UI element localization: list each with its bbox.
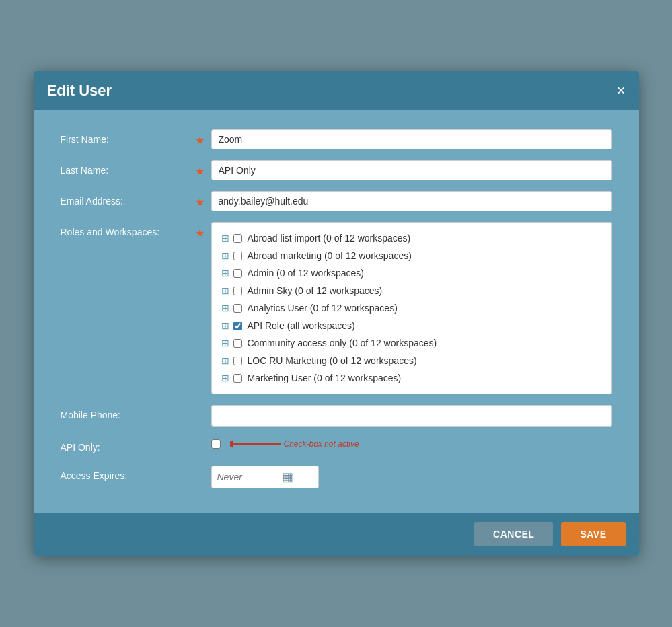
api-only-field: Check-box not active bbox=[211, 437, 359, 451]
last-name-row: Last Name: ★ bbox=[61, 160, 612, 180]
roles-label: Roles and Workspaces: bbox=[61, 222, 195, 237]
list-item: ⊞ Abroad list import (0 of 12 workspaces… bbox=[221, 229, 602, 247]
expand-icon[interactable]: ⊞ bbox=[221, 268, 229, 279]
email-required: ★ bbox=[195, 196, 206, 209]
modal-footer: CANCEL SAVE bbox=[34, 513, 639, 556]
role-label: Admin Sky (0 of 12 workspaces) bbox=[248, 285, 383, 296]
role-label: Abroad marketing (0 of 12 workspaces) bbox=[248, 250, 412, 261]
expand-icon[interactable]: ⊞ bbox=[221, 285, 229, 296]
last-name-input[interactable] bbox=[211, 160, 612, 180]
roles-row: Roles and Workspaces: ★ ⊞ Abroad list im… bbox=[61, 222, 612, 394]
expand-icon[interactable]: ⊞ bbox=[221, 250, 229, 261]
cancel-button[interactable]: CANCEL bbox=[474, 522, 553, 546]
role-label: Community access only (0 of 12 workspace… bbox=[248, 338, 437, 348]
role-checkbox-admin-sky[interactable] bbox=[233, 287, 242, 295]
annotation-container: Check-box not active bbox=[230, 437, 359, 451]
first-name-input[interactable] bbox=[211, 129, 612, 149]
role-checkbox-api-role[interactable] bbox=[233, 322, 242, 330]
role-label: Analytics User (0 of 12 workspaces) bbox=[248, 303, 398, 314]
role-label: Marketing User (0 of 12 workspaces) bbox=[248, 373, 402, 383]
api-only-row: API Only: ★ Check-box not active bbox=[61, 437, 612, 455]
role-label: Admin (0 of 12 workspaces) bbox=[248, 268, 365, 279]
first-name-required: ★ bbox=[195, 134, 206, 147]
modal-title: Edit User bbox=[47, 82, 112, 100]
annotation-text: Check-box not active bbox=[284, 439, 359, 449]
last-name-label: Last Name: bbox=[61, 160, 195, 176]
role-checkbox-abroad-list[interactable] bbox=[233, 234, 242, 243]
list-item: ⊞ LOC RU Marketing (0 of 12 workspaces) bbox=[221, 352, 602, 369]
role-checkbox-community[interactable] bbox=[233, 339, 242, 348]
role-label: API Role (all workspaces) bbox=[248, 320, 355, 331]
close-button[interactable]: × bbox=[617, 83, 626, 98]
mobile-phone-label: Mobile Phone: bbox=[61, 405, 195, 420]
role-label: Abroad list import (0 of 12 workspaces) bbox=[248, 233, 411, 244]
api-only-label: API Only: bbox=[61, 437, 195, 453]
expand-icon[interactable]: ⊞ bbox=[221, 338, 229, 348]
expand-icon[interactable]: ⊞ bbox=[221, 303, 229, 314]
list-item: ⊞ Analytics User (0 of 12 workspaces) bbox=[221, 299, 602, 317]
last-name-required: ★ bbox=[195, 165, 206, 178]
role-label: LOC RU Marketing (0 of 12 workspaces) bbox=[248, 355, 417, 366]
role-checkbox-marketing[interactable] bbox=[233, 374, 242, 383]
calendar-icon[interactable]: ▦ bbox=[282, 470, 293, 484]
first-name-label: First Name: bbox=[61, 129, 195, 145]
access-expires-field: ▦ bbox=[211, 466, 319, 488]
email-row: Email Address: ★ bbox=[61, 191, 612, 211]
access-expires-label: Access Expires: bbox=[61, 466, 195, 481]
api-only-checkbox[interactable] bbox=[211, 439, 221, 449]
save-button[interactable]: SAVE bbox=[561, 522, 625, 546]
role-checkbox-loc-ru[interactable] bbox=[233, 357, 242, 365]
expand-icon[interactable]: ⊞ bbox=[221, 320, 229, 331]
list-item: ⊞ Admin (0 of 12 workspaces) bbox=[221, 264, 602, 282]
list-item: ⊞ Admin Sky (0 of 12 workspaces) bbox=[221, 282, 602, 299]
mobile-phone-row: Mobile Phone: ★ bbox=[61, 405, 612, 427]
list-item: ⊞ Community access only (0 of 12 workspa… bbox=[221, 334, 602, 352]
expand-icon[interactable]: ⊞ bbox=[221, 355, 229, 366]
modal-header: Edit User × bbox=[34, 71, 639, 110]
email-input[interactable] bbox=[211, 191, 612, 211]
access-expires-input[interactable] bbox=[217, 472, 278, 482]
first-name-row: First Name: ★ bbox=[61, 129, 612, 149]
list-item: ⊞ Marketing User (0 of 12 workspaces) bbox=[221, 369, 602, 387]
expand-icon[interactable]: ⊞ bbox=[221, 373, 229, 383]
role-checkbox-admin[interactable] bbox=[233, 269, 242, 278]
edit-user-modal: Edit User × First Name: ★ Last Name: ★ E… bbox=[34, 71, 639, 556]
roles-required: ★ bbox=[195, 227, 206, 239]
mobile-phone-input[interactable] bbox=[211, 405, 612, 427]
list-item: ⊞ Abroad marketing (0 of 12 workspaces) bbox=[221, 247, 602, 264]
expand-icon[interactable]: ⊞ bbox=[221, 233, 229, 244]
role-checkbox-analytics[interactable] bbox=[233, 304, 242, 313]
list-item: ⊞ API Role (all workspaces) bbox=[221, 317, 602, 334]
arrow-graphic bbox=[230, 437, 284, 451]
email-label: Email Address: bbox=[61, 191, 195, 207]
access-expires-row: Access Expires: ★ ▦ bbox=[61, 466, 612, 488]
role-checkbox-abroad-marketing[interactable] bbox=[233, 252, 242, 260]
modal-body: First Name: ★ Last Name: ★ Email Address… bbox=[34, 110, 639, 513]
roles-box: ⊞ Abroad list import (0 of 12 workspaces… bbox=[211, 222, 612, 394]
